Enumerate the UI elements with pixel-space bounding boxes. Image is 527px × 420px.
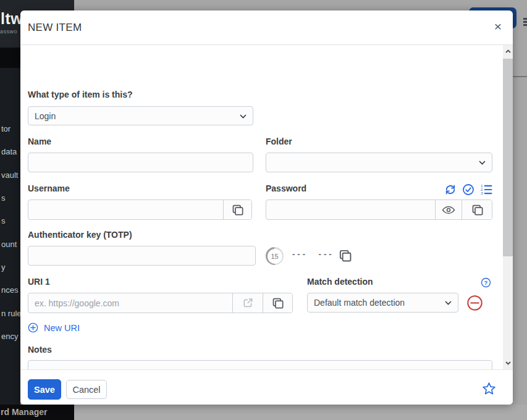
sidebar-item[interactable]: vault: [1, 170, 20, 180]
save-button[interactable]: Save: [28, 379, 61, 400]
new-uri-link[interactable]: New URI: [28, 322, 80, 333]
sidebar-item[interactable]: data: [1, 147, 20, 156]
dialog-title: NEW ITEM: [28, 22, 82, 34]
sidebar-item[interactable]: s: [1, 193, 20, 203]
totp-code-placeholder: --- ---: [292, 250, 334, 259]
new-item-dialog: NEW ITEM × What type of item is this? Lo…: [20, 10, 513, 405]
notes-textarea[interactable]: [28, 360, 492, 369]
password-input[interactable]: [266, 200, 435, 219]
folder-select[interactable]: [266, 153, 492, 172]
password-group: [266, 200, 492, 220]
dialog-footer: Save Cancel: [20, 369, 513, 405]
launch-icon: [242, 296, 255, 309]
scrollbar[interactable]: [503, 45, 513, 369]
uri-label: URI 1: [28, 277, 50, 287]
chevron-down-icon: [479, 161, 486, 165]
background-divider: [513, 76, 527, 77]
totp-countdown-ring: 15: [266, 247, 284, 265]
username-group: [28, 200, 252, 220]
totp-input[interactable]: [28, 246, 256, 266]
username-label: Username: [28, 183, 70, 193]
name-input[interactable]: [28, 153, 253, 172]
sidebar-item[interactable]: s: [1, 216, 20, 225]
close-button[interactable]: ×: [491, 19, 505, 34]
item-type-value: Login: [35, 111, 56, 121]
copy-icon: [471, 203, 484, 216]
help-icon[interactable]: ?: [481, 277, 491, 288]
bottom-brand-bar: rd Manager: [0, 405, 74, 420]
password-toolbar: 123: [436, 183, 492, 197]
scrollbar-thumb[interactable]: [503, 59, 513, 256]
copy-username-button[interactable]: [223, 200, 251, 219]
item-type-select[interactable]: Login: [28, 106, 253, 125]
toggle-password-visibility-button[interactable]: [435, 200, 462, 219]
new-uri-label: New URI: [44, 323, 80, 333]
app-logo-text: ltw: [1, 10, 23, 28]
sidebar-item[interactable]: ount: [1, 240, 20, 249]
cancel-button[interactable]: Cancel: [66, 380, 107, 399]
svg-text:?: ?: [484, 279, 488, 286]
copy-icon: [231, 203, 244, 216]
copy-icon: [271, 296, 284, 309]
sidebar-item[interactable]: tor: [1, 124, 20, 133]
folder-label: Folder: [266, 136, 292, 146]
uri-group: [28, 293, 293, 313]
match-detection-label: Match detection: [307, 277, 373, 287]
notes-label: Notes: [28, 345, 52, 355]
favorite-star-icon[interactable]: [482, 382, 496, 396]
totp-label: Authenticator key (TOTP): [28, 230, 132, 240]
name-label: Name: [28, 136, 51, 146]
copy-totp-button[interactable]: [338, 248, 352, 262]
check-password-icon[interactable]: [462, 183, 474, 196]
sidebar-item[interactable]: ency a: [1, 332, 20, 341]
eye-icon: [442, 204, 455, 216]
remove-uri-button[interactable]: [466, 295, 483, 311]
match-detection-value: Default match detection: [314, 298, 405, 308]
menu-icon: [523, 18, 527, 28]
totp-countdown-value: 15: [268, 249, 282, 264]
bottom-brand-text: rd Manager: [1, 407, 47, 417]
scroll-down-button[interactable]: [503, 357, 513, 369]
settings-sidebar: tor data vault s s ount y nces n rule en…: [0, 68, 20, 405]
dialog-header: NEW ITEM ×: [20, 10, 513, 45]
copy-password-button[interactable]: [462, 200, 492, 219]
uri-input[interactable]: [28, 293, 232, 313]
app-logo-subtext: asswo: [0, 28, 17, 35]
generate-password-icon[interactable]: [444, 183, 457, 196]
chevron-down-icon: [445, 301, 452, 305]
sidebar-item[interactable]: n rule: [1, 309, 20, 318]
dialog-body: What type of item is this? Login Name Fo…: [20, 45, 503, 369]
username-input[interactable]: [28, 200, 223, 219]
bottom-bar: [74, 405, 527, 420]
svg-text:3: 3: [481, 191, 483, 195]
scroll-up-button[interactable]: [503, 45, 513, 57]
numbered-list-icon[interactable]: 123: [480, 183, 492, 196]
plus-circle-icon: [28, 322, 38, 333]
sidebar-item[interactable]: y: [1, 262, 20, 272]
launch-uri-button[interactable]: [232, 293, 263, 313]
password-label: Password: [266, 183, 306, 193]
sidebar-item[interactable]: nces: [1, 285, 20, 295]
copy-uri-button[interactable]: [263, 293, 292, 313]
match-detection-select[interactable]: Default match detection: [307, 293, 458, 313]
item-type-label: What type of item is this?: [28, 90, 133, 99]
chevron-down-icon: [240, 114, 247, 119]
